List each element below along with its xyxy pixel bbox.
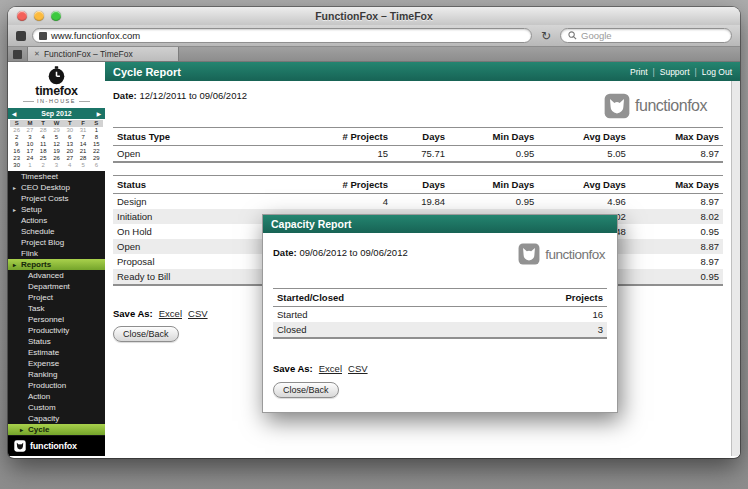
sidebar-item-capacity[interactable]: Capacity <box>8 413 105 424</box>
sidebar-item-timesheet[interactable]: Timesheet <box>8 171 105 182</box>
calendar-day[interactable]: 28 <box>76 155 89 162</box>
calendar-day[interactable]: 16 <box>10 148 23 155</box>
calendar-day[interactable]: 26 <box>50 155 63 162</box>
modal-close-back-button[interactable]: Close/Back <box>273 382 339 398</box>
calendar-day[interactable]: 5 <box>76 162 89 169</box>
sidebar-item-project-blog[interactable]: Project Blog <box>8 237 105 248</box>
zoom-window-button[interactable] <box>51 11 61 21</box>
modal-save-csv-link[interactable]: CSV <box>348 363 368 374</box>
calendar-day[interactable]: 6 <box>63 134 76 141</box>
tab-functionfox-timefox[interactable]: ✕ FunctionFox – TimeFox <box>27 47 179 61</box>
close-back-button[interactable]: Close/Back <box>113 326 179 342</box>
table-row: Started16 <box>273 307 607 323</box>
calendar-day[interactable]: 5 <box>50 134 63 141</box>
sidebar-item-project[interactable]: Project <box>8 292 105 303</box>
functionfox-footer-wordmark: functionfox <box>30 441 77 451</box>
calendar-day[interactable]: 8 <box>90 134 103 141</box>
calendar-day[interactable]: 19 <box>50 148 63 155</box>
calendar-day[interactable]: 30 <box>10 162 23 169</box>
toolbar-icon[interactable] <box>16 31 26 41</box>
cell: 8.97 <box>630 194 723 210</box>
sidebar-item-advanced[interactable]: Advanced <box>8 270 105 281</box>
sidebar-item-project-costs[interactable]: Project Costs <box>8 193 105 204</box>
cell: 4.96 <box>538 194 630 210</box>
cell: 3 <box>507 322 607 338</box>
sidebar-item-custom[interactable]: Custom <box>8 402 105 413</box>
address-bar[interactable]: www.functionfox.com <box>32 28 532 43</box>
calendar-day[interactable]: 2 <box>10 134 23 141</box>
calendar-day[interactable]: 30 <box>63 127 76 134</box>
calendar-day[interactable]: 21 <box>76 148 89 155</box>
table-header-row: Status# ProjectsDaysMin DaysAvg DaysMax … <box>113 176 723 194</box>
modal-save-excel-link[interactable]: Excel <box>319 363 342 374</box>
calendar-day[interactable]: 27 <box>23 127 36 134</box>
sidebar-item-task[interactable]: Task <box>8 303 105 314</box>
print-link[interactable]: Print <box>630 67 647 77</box>
calendar-day[interactable]: 31 <box>76 127 89 134</box>
sidebar-item-label: Setup <box>21 205 42 214</box>
calendar-day[interactable]: 9 <box>10 141 23 148</box>
minimize-window-button[interactable] <box>34 11 44 21</box>
calendar-day[interactable]: 29 <box>50 127 63 134</box>
calendar-day[interactable]: 17 <box>23 148 36 155</box>
tab-close-icon[interactable]: ✕ <box>34 50 40 58</box>
sidebar-item-label: Estimate <box>28 348 59 357</box>
calendar-prev-button[interactable]: ◀ <box>12 111 16 117</box>
calendar-day[interactable]: 3 <box>50 162 63 169</box>
logout-link[interactable]: Log Out <box>702 67 732 77</box>
tab-bar-icon[interactable] <box>13 50 22 59</box>
sidebar-item-expense[interactable]: Expense <box>8 358 105 369</box>
calendar-day[interactable]: 26 <box>10 127 23 134</box>
in-house-label: IN-HOUSE <box>23 98 90 104</box>
calendar-day[interactable]: 2 <box>37 162 50 169</box>
calendar-day[interactable]: 18 <box>37 148 50 155</box>
sidebar-item-ceo-desktop[interactable]: ▸CEO Desktop <box>8 182 105 193</box>
sidebar-item-cycle[interactable]: ▸Cycle <box>8 424 105 435</box>
title-bar[interactable]: FunctionFox – TimeFox <box>8 7 740 25</box>
sidebar-item-reports[interactable]: ▸Reports <box>8 259 105 270</box>
calendar-day[interactable]: 28 <box>37 127 50 134</box>
calendar-next-button[interactable]: ▶ <box>97 111 101 117</box>
sidebar-item-personnel[interactable]: Personnel <box>8 314 105 325</box>
calendar-day[interactable]: 20 <box>63 148 76 155</box>
sidebar-item-flink[interactable]: Flink <box>8 248 105 259</box>
calendar-day[interactable]: 1 <box>90 127 103 134</box>
sidebar-item-action[interactable]: Action <box>8 391 105 402</box>
sidebar-item-ranking[interactable]: Ranking <box>8 369 105 380</box>
sidebar-item-productivity[interactable]: Productivity <box>8 325 105 336</box>
calendar-day[interactable]: 29 <box>90 155 103 162</box>
calendar-day[interactable]: 27 <box>63 155 76 162</box>
cell: Design <box>113 194 296 210</box>
calendar-day[interactable]: 4 <box>63 162 76 169</box>
scrollbar-track[interactable] <box>731 81 740 456</box>
calendar-day[interactable]: 14 <box>76 141 89 148</box>
calendar-day[interactable]: 7 <box>76 134 89 141</box>
sidebar-item-estimate[interactable]: Estimate <box>8 347 105 358</box>
calendar-day[interactable]: 3 <box>23 134 36 141</box>
sidebar-item-actions[interactable]: Actions <box>8 215 105 226</box>
sidebar-item-schedule[interactable]: Schedule <box>8 226 105 237</box>
reload-button[interactable]: ↻ <box>538 30 554 42</box>
calendar-day[interactable]: 24 <box>23 155 36 162</box>
calendar-day[interactable]: 1 <box>23 162 36 169</box>
calendar-day[interactable]: 6 <box>90 162 103 169</box>
calendar-day[interactable]: 15 <box>90 141 103 148</box>
sidebar-item-label: Flink <box>21 249 38 258</box>
calendar-day[interactable]: 23 <box>10 155 23 162</box>
save-excel-link[interactable]: Excel <box>159 308 182 319</box>
calendar-day[interactable]: 11 <box>37 141 50 148</box>
search-field[interactable]: Google <box>560 28 732 43</box>
calendar-day[interactable]: 10 <box>23 141 36 148</box>
save-csv-link[interactable]: CSV <box>188 308 208 319</box>
calendar-day[interactable]: 13 <box>63 141 76 148</box>
calendar-day[interactable]: 4 <box>37 134 50 141</box>
sidebar-item-production[interactable]: Production <box>8 380 105 391</box>
calendar-day[interactable]: 12 <box>50 141 63 148</box>
sidebar-item-department[interactable]: Department <box>8 281 105 292</box>
calendar-day[interactable]: 25 <box>37 155 50 162</box>
calendar-day[interactable]: 22 <box>90 148 103 155</box>
support-link[interactable]: Support <box>660 67 690 77</box>
close-window-button[interactable] <box>17 11 27 21</box>
sidebar-item-setup[interactable]: ▸Setup <box>8 204 105 215</box>
sidebar-item-status[interactable]: Status <box>8 336 105 347</box>
